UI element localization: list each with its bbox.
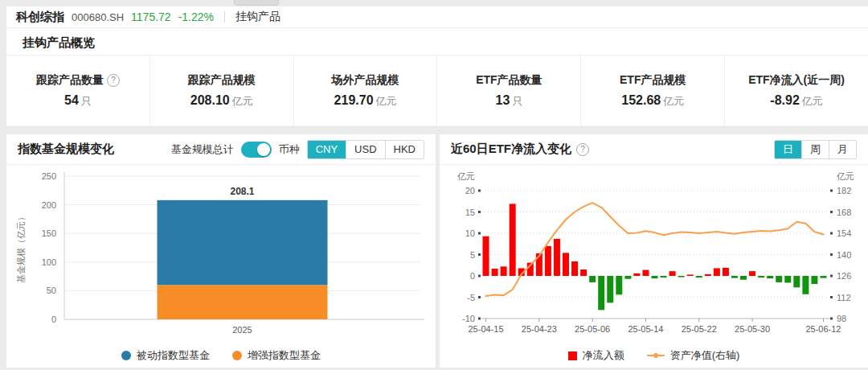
index-code: 000680.SH: [72, 11, 124, 23]
charts-row: 指数基金规模变化 基金规模总计 币种 CNYUSDHKD 05010015020…: [6, 134, 868, 368]
legend-dot: [232, 351, 242, 360]
netflow-bar: [589, 276, 596, 282]
netflow-bar: [811, 276, 817, 284]
etf-netflow-legend: 净流入额资产净值(右轴): [440, 343, 868, 368]
netflow-bar: [678, 276, 685, 278]
svg-text:亿元: 亿元: [837, 171, 854, 181]
top-tab-fragment: [234, 0, 279, 6]
svg-text:25-06-12: 25-06-12: [805, 324, 841, 334]
svg-text:182: 182: [837, 186, 851, 195]
stat-label: ETF产品数量: [476, 73, 542, 88]
netflow-bar: [652, 276, 658, 278]
netflow-bar: [616, 276, 622, 294]
x-category-label: 2025: [232, 325, 252, 335]
stat-label: 跟踪产品规模: [188, 73, 256, 88]
help-icon[interactable]: ?: [107, 74, 120, 87]
stat-label: ETF产品规模: [620, 73, 686, 88]
netflow-bar: [598, 276, 604, 310]
etf-netflow-title-text: 近60日ETF净流入变化: [451, 142, 571, 157]
period-option-日[interactable]: 日: [775, 141, 801, 158]
netflow-bars: [483, 204, 827, 310]
index-change: -1.22%: [178, 10, 214, 23]
netflow-bar: [669, 271, 676, 276]
stat-value: 208.10亿元: [190, 93, 253, 109]
netflow-bar: [633, 273, 640, 276]
legend-item[interactable]: 被动指数型基金: [121, 348, 210, 363]
etf-netflow-chart: 20182151681015451400126-5112-1098亿元亿元25-…: [440, 165, 868, 343]
stacked-bar: [158, 200, 328, 319]
netflow-bar: [580, 269, 587, 276]
svg-text:98: 98: [837, 314, 846, 323]
etf-netflow-panel-header: 近60日ETF净流入变化 ? 日周月: [440, 134, 868, 165]
legend-label: 净流入额: [583, 348, 624, 363]
netflow-bar: [571, 261, 578, 276]
legend-item[interactable]: 净流入额: [568, 348, 624, 363]
fund-scale-total-toggle[interactable]: [241, 142, 272, 158]
svg-text:10: 10: [465, 228, 475, 238]
period-option-周[interactable]: 周: [801, 141, 829, 158]
svg-text:-10: -10: [462, 314, 475, 323]
page: 科创综指 000680.SH 1175.72 -1.22% 挂钩产品 挂钩产品概…: [0, 0, 868, 370]
netflow-bar: [696, 276, 702, 278]
fund-scale-controls: 基金规模总计 币种 CNYUSDHKD: [171, 140, 424, 159]
stack-segment: [158, 200, 328, 285]
svg-text:5: 5: [470, 250, 475, 260]
netflow-bar: [545, 246, 551, 276]
netflow-bar: [624, 276, 631, 279]
svg-text:200: 200: [42, 200, 56, 210]
svg-text:150: 150: [42, 228, 56, 238]
netflow-bar: [705, 274, 711, 276]
netflow-bar: [501, 266, 507, 276]
svg-text:基金规模（亿元）: 基金规模（亿元）: [16, 212, 26, 283]
netflow-bar: [802, 276, 809, 294]
period-option-月[interactable]: 月: [829, 141, 856, 158]
help-icon[interactable]: ?: [576, 143, 589, 156]
svg-text:100: 100: [42, 257, 56, 267]
stat-label: 场外产品规模: [332, 73, 399, 88]
netflow-bar: [661, 276, 667, 278]
currency-option-CNY[interactable]: CNY: [308, 141, 346, 158]
netflow-bar: [784, 276, 791, 282]
stat-cell: ETF净流入(近一周)-8.92亿元: [725, 56, 868, 125]
legend-item[interactable]: 资产净值(右轴): [647, 348, 740, 363]
index-price: 1175.72: [131, 10, 171, 23]
toggle-knob: [257, 143, 270, 156]
stat-value: 54只: [64, 93, 92, 109]
svg-text:15: 15: [465, 208, 475, 217]
stat-label: ETF净流入(近一周): [748, 73, 845, 88]
stat-cell: 跟踪产品数量?54只: [6, 56, 150, 125]
netflow-bar: [820, 276, 826, 278]
netflow-bar: [687, 274, 694, 276]
legend-item[interactable]: 增强指数型基金: [232, 348, 321, 363]
currency-option-USD[interactable]: USD: [346, 141, 384, 158]
tab-linked-products[interactable]: 挂钩产品: [235, 10, 280, 24]
svg-text:250: 250: [42, 171, 56, 181]
stat-cell: 场外产品规模219.70亿元: [294, 56, 438, 125]
legend-label: 被动指数型基金: [137, 348, 210, 363]
legend-line-marker: [647, 355, 665, 356]
svg-text:0: 0: [51, 314, 56, 324]
index-name: 科创综指: [16, 10, 64, 25]
svg-text:25-05-22: 25-05-22: [682, 324, 717, 334]
svg-text:亿元: 亿元: [457, 171, 475, 181]
content-area: 科创综指 000680.SH 1175.72 -1.22% 挂钩产品 挂钩产品概…: [6, 6, 868, 366]
svg-text:50: 50: [47, 286, 56, 295]
svg-text:0: 0: [470, 271, 475, 281]
legend-square: [568, 352, 577, 360]
currency-option-HKD[interactable]: HKD: [385, 141, 424, 158]
fund-scale-panel-header: 指数基金规模变化 基金规模总计 币种 CNYUSDHKD: [6, 134, 436, 165]
overview-stats-row: 跟踪产品数量?54只跟踪产品规模208.10亿元场外产品规模219.70亿元ET…: [6, 56, 868, 126]
stat-value: 152.68亿元: [621, 93, 684, 109]
stat-value: 13只: [496, 93, 523, 109]
svg-text:140: 140: [837, 250, 851, 260]
netflow-bar: [776, 276, 782, 282]
stat-cell: ETF产品数量13只: [437, 56, 581, 125]
svg-text:-5: -5: [467, 293, 475, 302]
stat-value: -8.92亿元: [770, 93, 822, 109]
fund-scale-panel-title: 指数基金规模变化: [18, 142, 114, 157]
overview-section-title: 挂钩产品概览: [6, 28, 868, 56]
svg-text:154: 154: [837, 228, 851, 238]
stat-cell: 跟踪产品规模208.10亿元: [150, 56, 294, 125]
legend-dot: [121, 351, 131, 360]
stack-segment: [158, 285, 328, 319]
